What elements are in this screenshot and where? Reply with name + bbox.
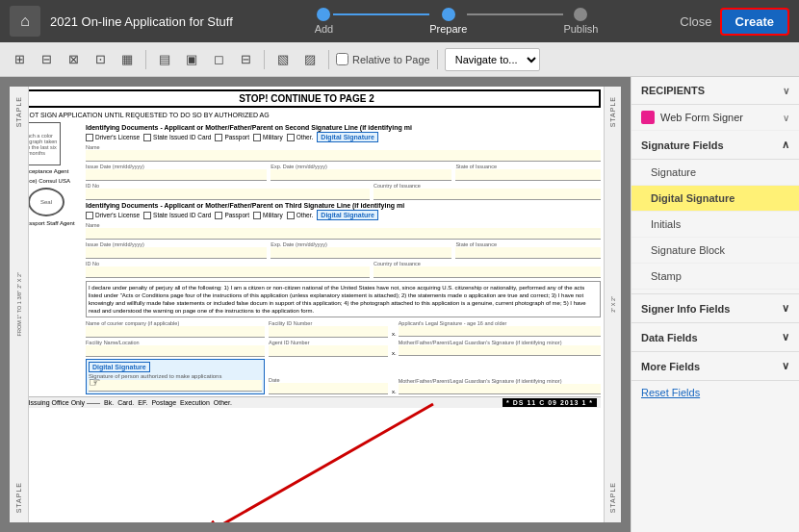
passport-2[interactable]: Passport (215, 212, 249, 219)
size-label-1: 2" X 2" (16, 272, 22, 289)
sig-field-sigblock-label: Signature Block (651, 244, 725, 256)
toolbar-icon-5[interactable]: ▦ (116, 48, 139, 71)
date-row-2: Issue Date (mm/dd/yyyy) Exp. Date (mm/dd… (86, 241, 601, 259)
home-button[interactable]: ⌂ (10, 6, 40, 37)
topbar-right: Close Create (680, 8, 789, 36)
step-publish[interactable]: Publish (563, 8, 598, 35)
date-area: Date (269, 377, 388, 394)
name-row-1: Name (86, 144, 601, 162)
legal-sig-col: x. Applicant's Legal Signature - age 16 … (392, 320, 601, 337)
toolbar: ⊞ ⊟ ⊠ ⊡ ▦ ▤ ▣ ◻ ⊟ ▧ ▨ Relative to Page N… (0, 42, 799, 77)
steps-container: Add Prepare Publish (243, 8, 670, 35)
relative-to-page-wrap: Relative to Page (336, 53, 430, 65)
guardian2-field[interactable] (399, 384, 601, 393)
sig-field-initials[interactable]: Initials (631, 212, 799, 238)
digital-sig-badge-1: Digital Signature (317, 132, 378, 142)
relative-to-page-checkbox[interactable] (336, 53, 348, 65)
idno-row-2: ID No Country of Issuance (86, 261, 601, 278)
signer-info-label: Signer Info Fields (641, 303, 730, 315)
more-fields-label: More Fields (641, 361, 700, 372)
toolbar-separator-4 (437, 50, 438, 69)
state-id-2[interactable]: State Issued ID Card (143, 212, 211, 219)
other-label: Other. (214, 399, 232, 406)
card-label: Card. (117, 399, 134, 406)
drivers-license-2[interactable]: Driver's License (86, 212, 140, 219)
topbar: ⌂ 2021 On-line Application for Stuff Add… (0, 0, 799, 42)
staple-bottom-label: STAPLE (15, 482, 22, 513)
cursor-hand: ☞ (89, 374, 101, 390)
toolbar-separator-3 (328, 50, 329, 69)
recipients-header[interactable]: RECIPIENTS ∨ (631, 77, 799, 105)
doc-main: STOP! CONTINUE TO PAGE 2 DO NOT SIGN APP… (10, 87, 604, 522)
toolbar-icon-2[interactable]: ⊟ (35, 48, 58, 71)
exp-date-1: Exp. Date (mm/dd/yyyy) (271, 164, 451, 181)
state-id-1[interactable]: State Issued ID Card (143, 134, 211, 141)
postage-label: Postage (151, 399, 176, 406)
sig-field-digital-label: Digital Signature (651, 192, 735, 204)
toolbar-icon-8[interactable]: ◻ (207, 48, 230, 71)
toolbar-icon-7[interactable]: ▣ (180, 48, 203, 71)
toolbar-icon-3[interactable]: ⊠ (62, 48, 85, 71)
sig-field-sigblock[interactable]: Signature Block (631, 238, 799, 264)
close-button[interactable]: Close (680, 14, 711, 29)
size-label-2: FROM 1" TO 1 3/8" (16, 291, 22, 336)
recipient-chevron: ∨ (783, 113, 789, 123)
toolbar-icon-9[interactable]: ⊟ (234, 48, 257, 71)
issuing-office-label: For Issuing Office Only —— (16, 399, 100, 406)
sig-field-signature[interactable]: Signature (631, 160, 799, 186)
right-doc-col: Identifying Documents - Applicant or Mot… (86, 122, 601, 394)
data-fields-header[interactable]: Data Fields ∨ (631, 322, 799, 352)
country-1: Country of Issuance (374, 183, 601, 200)
bottom-row-1: Name of courier company (if applicable) … (86, 320, 601, 338)
reset-fields-link[interactable]: Reset Fields (631, 381, 799, 404)
create-button[interactable]: Create (720, 8, 789, 36)
step-prepare[interactable]: Prepare (429, 8, 467, 35)
military-1[interactable]: Military (253, 134, 283, 141)
staple-right: STAPLE 2" X 2" STAPLE (604, 87, 621, 522)
toolbar-icon-4[interactable]: ⊡ (89, 48, 112, 71)
other-2[interactable]: Other. (287, 212, 314, 219)
main-area: STAPLE 2" X 2" FROM 1" TO 1 3/8" STAPLE … (0, 77, 799, 532)
right-panel: RECIPIENTS ∨ Web Form Signer ∨ Signature… (631, 77, 799, 532)
passport-label: Passport Staff Agent (22, 220, 75, 226)
bk-label: Bk. (104, 399, 114, 406)
id-docs-row-1: Driver's License State Issued ID Card Pa… (86, 132, 601, 142)
toolbar-icon-6[interactable]: ▤ (153, 48, 176, 71)
issue-date-1: Issue Date (mm/dd/yyyy) (86, 164, 267, 181)
document-area: STAPLE 2" X 2" FROM 1" TO 1 3/8" STAPLE … (0, 77, 631, 532)
sig-field-stamp[interactable]: Stamp (631, 264, 799, 290)
more-fields-header[interactable]: More Fields ∨ (631, 351, 799, 381)
ds-sig-area: Digital Signature Signature of person au… (86, 359, 265, 394)
toolbar-icon-11[interactable]: ▨ (298, 48, 322, 71)
staple-right-bottom: STAPLE (609, 482, 616, 513)
signature-fields-label: Signature Fields (641, 139, 724, 151)
signer-info-header[interactable]: Signer Info Fields ∨ (631, 293, 799, 323)
signer-info-chevron: ∨ (782, 302, 789, 315)
navigate-select[interactable]: Navigate to... (445, 48, 540, 71)
passport-1[interactable]: Passport (215, 134, 249, 141)
guardian2-col: x. Mother/Father/Parent/Legal Guardian's… (392, 378, 601, 394)
recipients-chevron: ∨ (783, 86, 789, 96)
other-1[interactable]: Other. (287, 134, 314, 141)
recipient-item[interactable]: Web Form Signer ∨ (631, 105, 799, 131)
toolbar-separator-1 (145, 50, 146, 69)
sig-field-digital[interactable]: Digital Signature (631, 186, 799, 212)
toolbar-icon-10[interactable]: ▧ (271, 48, 295, 71)
name-row-2: Name (86, 222, 601, 240)
legal-sig-field[interactable] (399, 326, 601, 336)
step-add[interactable]: Add (315, 8, 334, 35)
guardian1-field[interactable] (399, 345, 601, 355)
military-2[interactable]: Military (253, 212, 283, 219)
idno-row-1: ID No Country of Issuance (86, 183, 601, 200)
stop-banner: STOP! CONTINUE TO PAGE 2 (13, 89, 601, 108)
toolbar-icon-1[interactable]: ⊞ (8, 48, 31, 71)
ds-field-input[interactable]: ☞ (89, 380, 262, 392)
signature-fields-header[interactable]: Signature Fields ∧ (631, 131, 799, 160)
document-content: STAPLE 2" X 2" FROM 1" TO 1 3/8" STAPLE … (10, 87, 621, 522)
ds-row: Digital Signature Signature of person au… (86, 359, 601, 394)
drivers-license-1[interactable]: Driver's License (86, 134, 140, 141)
acceptance-label: Acceptance Agent (22, 168, 68, 174)
sig-fields-chevron: ∧ (782, 139, 789, 151)
sig-field-stamp-label: Stamp (651, 270, 682, 282)
recipients-label: RECIPIENTS (641, 85, 705, 96)
